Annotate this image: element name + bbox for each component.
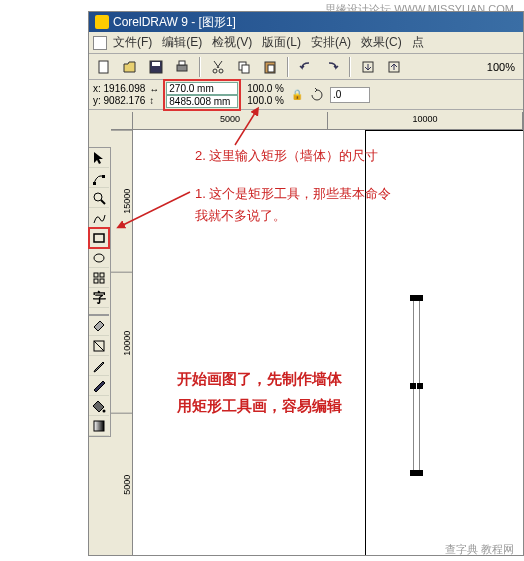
interactive-mesh-tool[interactable]	[89, 416, 109, 436]
freehand-tool[interactable]	[89, 208, 109, 228]
separator	[199, 57, 201, 77]
menu-layout[interactable]: 版面(L)	[262, 34, 301, 51]
property-bar: x: 1916.098 y: 9082.176 ↔↕ 100.0 % 100.0…	[89, 80, 523, 110]
pick-tool[interactable]	[89, 148, 109, 168]
svg-rect-3	[177, 65, 187, 71]
titlebar: CorelDRAW 9 - [图形1]	[89, 12, 523, 32]
redo-button[interactable]	[321, 56, 343, 78]
svg-rect-25	[94, 421, 104, 431]
menubar: 文件(F) 编辑(E) 检视(V) 版面(L) 安排(A) 效果(C) 点	[89, 32, 523, 54]
annotation-2: 2. 这里输入矩形（墙体）的尺寸	[195, 147, 378, 165]
svg-rect-19	[94, 273, 98, 277]
undo-button[interactable]	[295, 56, 317, 78]
app-window: CorelDRAW 9 - [图形1] 文件(F) 编辑(E) 检视(V) 版面…	[88, 11, 524, 556]
zoom-tool[interactable]	[89, 188, 109, 208]
new-button[interactable]	[93, 56, 115, 78]
resize-handle[interactable]	[417, 383, 423, 389]
fill-tool[interactable]	[89, 396, 109, 416]
copy-button[interactable]	[233, 56, 255, 78]
eyedropper-tool[interactable]	[89, 356, 109, 376]
polygon-tool[interactable]	[89, 268, 109, 288]
position-readout: x: 1916.098 y: 9082.176	[93, 83, 145, 107]
rectangle-tool[interactable]	[89, 228, 109, 248]
doc-icon[interactable]	[93, 36, 107, 50]
app-title: CorelDRAW 9 - [图形1]	[113, 14, 236, 31]
resize-handle[interactable]	[410, 383, 416, 389]
svg-point-18	[94, 254, 104, 262]
separator	[349, 57, 351, 77]
cut-button[interactable]	[207, 56, 229, 78]
svg-rect-14	[102, 175, 105, 178]
svg-line-16	[101, 200, 105, 204]
toolbox: 字	[89, 147, 111, 437]
export-button[interactable]	[383, 56, 405, 78]
svg-rect-4	[179, 61, 185, 65]
svg-rect-2	[152, 62, 160, 66]
rotation-input[interactable]	[330, 87, 370, 103]
ruler-corner	[111, 112, 133, 130]
menu-bitmap[interactable]: 点	[412, 34, 424, 51]
ellipse-tool[interactable]	[89, 248, 109, 268]
paste-button[interactable]	[259, 56, 281, 78]
svg-rect-21	[94, 279, 98, 283]
ruler-vertical[interactable]: 15000 10000 5000	[111, 130, 133, 555]
annotation-3a: 开始画图了，先制作墙体	[177, 370, 342, 389]
lock-ratio-icon[interactable]: 🔒	[286, 84, 308, 106]
standard-toolbar: 100%	[89, 54, 523, 80]
shape-tool[interactable]	[89, 168, 109, 188]
ruler-tick: 15000	[111, 130, 132, 272]
svg-point-24	[103, 409, 106, 412]
ruler-tick: 5000	[111, 413, 132, 555]
menu-edit[interactable]: 编辑(E)	[162, 34, 202, 51]
text-tool[interactable]: 字	[89, 288, 109, 308]
svg-point-6	[219, 69, 223, 73]
ruler-tick: 5000	[133, 112, 328, 129]
annotation-1: 1. 这个是矩形工具，那些基本命令	[195, 185, 391, 203]
dimension-inputs	[163, 79, 241, 111]
print-button[interactable]	[171, 56, 193, 78]
svg-rect-22	[100, 279, 104, 283]
rotate-icon	[310, 88, 324, 102]
ruler-horizontal[interactable]: 5000 10000	[133, 112, 523, 130]
svg-rect-10	[268, 65, 274, 72]
ruler-tick: 10000	[111, 272, 132, 414]
width-input[interactable]	[166, 82, 238, 95]
app-icon	[95, 15, 109, 29]
svg-rect-17	[94, 234, 104, 242]
selected-rectangle[interactable]	[413, 298, 420, 473]
menu-effects[interactable]: 效果(C)	[361, 34, 402, 51]
menu-view[interactable]: 检视(V)	[212, 34, 252, 51]
zoom-level[interactable]: 100%	[487, 61, 515, 73]
outline-tool[interactable]	[89, 376, 109, 396]
menu-file[interactable]: 文件(F)	[113, 34, 152, 51]
ruler-tick: 10000	[328, 112, 523, 129]
import-button[interactable]	[357, 56, 379, 78]
interactive-transparency-tool[interactable]	[89, 336, 109, 356]
svg-point-15	[94, 193, 102, 201]
open-button[interactable]	[119, 56, 141, 78]
separator	[89, 308, 109, 316]
workspace: 5000 10000 15000 10000 5000	[111, 112, 523, 555]
svg-rect-20	[100, 273, 104, 277]
annotation-3b: 用矩形工具画，容易编辑	[177, 397, 342, 416]
svg-rect-8	[242, 65, 249, 73]
resize-handle[interactable]	[414, 470, 420, 476]
menu-arrange[interactable]: 安排(A)	[311, 34, 351, 51]
save-button[interactable]	[145, 56, 167, 78]
interactive-fill-tool[interactable]	[89, 316, 109, 336]
svg-rect-13	[93, 182, 96, 185]
dim-icon: ↔↕	[149, 84, 159, 106]
annotation-1b: 我就不多说了。	[195, 207, 286, 225]
svg-point-5	[213, 69, 217, 73]
watermark-bottom: 查字典 教程网	[445, 542, 514, 557]
scale-readout: 100.0 % 100.0 %	[247, 83, 284, 107]
resize-handle[interactable]	[414, 295, 420, 301]
svg-rect-0	[99, 61, 108, 73]
height-input[interactable]	[166, 95, 238, 108]
separator	[287, 57, 289, 77]
